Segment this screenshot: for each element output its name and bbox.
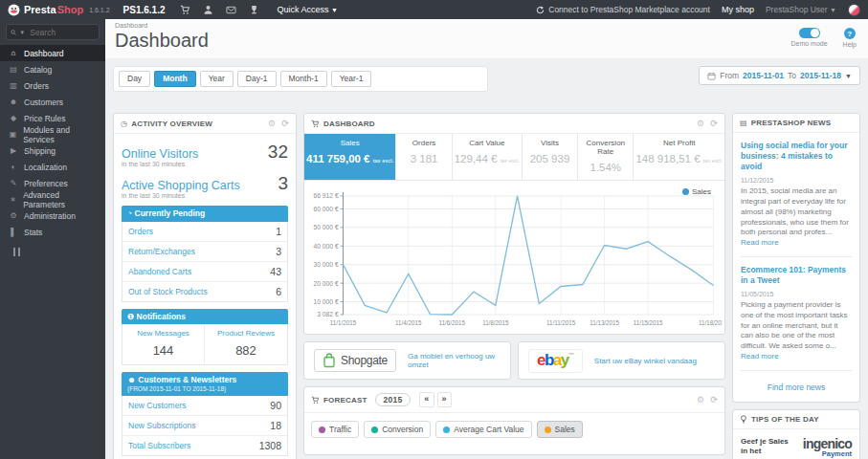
panel-settings-icon[interactable]: ⚙	[697, 119, 704, 128]
sidebar-item-modules[interactable]: ▣Modules and Services	[0, 126, 105, 142]
ebay-logo: ebay™	[528, 349, 583, 373]
legend-dot-icon	[319, 426, 325, 433]
brand-presta: Presta	[24, 4, 56, 15]
tags-icon: ◆	[9, 114, 18, 122]
sidebar-item-dashboard[interactable]: ⌂Dashboard	[0, 45, 105, 61]
panel-refresh-icon[interactable]: ⟳	[281, 119, 289, 128]
next-year-button[interactable]: »	[437, 392, 452, 407]
range-day-button[interactable]: Day	[119, 71, 150, 87]
sidebar-item-shipping[interactable]: ▶Shipping	[0, 142, 105, 159]
search-icon	[11, 29, 16, 36]
customer-icon[interactable]	[203, 5, 213, 15]
home-icon: ⌂	[9, 49, 18, 57]
trophy-icon[interactable]	[249, 5, 259, 15]
stat-conversion-rate[interactable]: Conversion Rate 1.54%	[578, 134, 634, 180]
ebay-link[interactable]: Start uw eBay winkel vandaag	[594, 357, 697, 365]
stat-sales[interactable]: Sales 411 759,00 € tax excl.	[304, 134, 396, 180]
svg-text:20 000 €: 20 000 €	[313, 280, 338, 287]
sidebar-item-catalog[interactable]: ▤Catalog	[0, 61, 105, 77]
read-more-link[interactable]: Read more	[741, 238, 779, 247]
demo-mode-toggle[interactable]: Demo mode	[790, 28, 827, 47]
user-avatar[interactable]	[848, 4, 860, 16]
chart-icon: ▌	[9, 228, 18, 236]
news-item-title[interactable]: Using social media for your business: 4 …	[741, 141, 852, 172]
notifications-header: ❶ Notifications	[122, 309, 288, 325]
question-icon: ?	[844, 28, 856, 39]
search-input[interactable]	[28, 27, 95, 38]
activity-overview-panel: ◷ ACTIVITY OVERVIEW ⚙ ⟳ Online Visitors …	[113, 113, 297, 459]
online-visitors-link[interactable]: Online Visitors	[122, 147, 198, 161]
forecast-legend-average-cart-value[interactable]: Average Cart Value	[435, 421, 531, 438]
customers-icon: ☻	[9, 98, 18, 106]
forecast-legend-traffic[interactable]: Traffic	[311, 421, 359, 438]
sidebar-item-administration[interactable]: ⚙Administration	[0, 208, 105, 224]
range-month-1-button[interactable]: Month-1	[280, 71, 327, 87]
messages-icon[interactable]	[226, 5, 236, 15]
date-range-picker[interactable]: From 2015-11-01 To 2015-11-18 ▼	[699, 66, 860, 85]
stat-cart-value[interactable]: Cart Value 129,44 € tax excl.	[453, 134, 523, 180]
chart-legend: Sales	[682, 187, 711, 196]
shopgate-logo: Shopgate	[314, 349, 396, 372]
range-day-1-button[interactable]: Day-1	[237, 71, 277, 87]
lightbulb-icon	[740, 415, 747, 424]
panel-settings-icon[interactable]: ⚙	[697, 395, 704, 404]
stat-visits[interactable]: Visits 205 939	[523, 134, 578, 180]
stat-orders[interactable]: Orders 3 181	[396, 134, 452, 180]
range-month-button[interactable]: Month	[154, 71, 196, 87]
shopgate-banner: Shopgate Ga mobiel en verhoog uw omzet	[303, 341, 511, 380]
panel-refresh-icon[interactable]: ⟳	[710, 395, 718, 404]
pending-row-orders: Orders1	[122, 222, 287, 242]
range-year-1-button[interactable]: Year-1	[331, 71, 372, 87]
shopgate-link[interactable]: Ga mobiel en verhoog uw omzet	[408, 352, 501, 369]
sidebar-item-orders[interactable]: ▥Orders	[0, 77, 105, 94]
read-more-link[interactable]: Read more	[741, 352, 779, 361]
sidebar-item-price-rules[interactable]: ◆Price Rules	[0, 110, 105, 126]
forecast-legend-sales[interactable]: Sales	[537, 421, 583, 438]
sidebar-item-advanced-parameters[interactable]: ∗Advanced Parameters	[0, 191, 105, 208]
previous-year-button[interactable]: «	[419, 392, 434, 407]
prestashop-logo-icon	[8, 4, 20, 16]
quick-access-menu[interactable]: Quick Access ▼	[277, 5, 337, 14]
tip-heading: Geef je Sales in het buitenland een Boos…	[741, 437, 792, 459]
date-from: 2015-11-01	[743, 71, 784, 80]
caret-down-icon: ▼	[845, 73, 852, 79]
date-to: 2015-11-18	[800, 71, 841, 80]
sidebar-search[interactable]: ▼	[6, 24, 100, 40]
range-year-button[interactable]: Year	[200, 71, 234, 87]
customers-row-new-customers: New Customers90	[122, 396, 287, 416]
kpi-row: Sales 411 759,00 € tax excl. Orders 3 18…	[304, 134, 724, 181]
shopping-bag-icon	[323, 353, 336, 368]
sidebar-item-customers[interactable]: ☻Customers	[0, 94, 105, 110]
sales-chart: Sales 11/1/201511/4/201511/6/201511/8/20…	[304, 181, 724, 334]
collapse-sidebar-icon[interactable]	[13, 248, 20, 256]
cart-icon	[311, 396, 320, 404]
brand[interactable]: PrestaShop 1.6.1.2	[24, 4, 110, 15]
panel-settings-icon[interactable]: ⚙	[268, 119, 276, 128]
help-button[interactable]: ? Help	[843, 28, 857, 48]
stat-net-profit[interactable]: Net Profit 148 918,51 € tax excl.	[634, 134, 724, 180]
sidebar-item-stats[interactable]: ▌Stats	[0, 224, 105, 240]
marketplace-link[interactable]: Connect to PrestaShop Marketplace accoun…	[536, 5, 710, 14]
customers-row-new-subscriptions: New Subscriptions18	[122, 416, 287, 436]
sidebar-item-localization[interactable]: ◐Localization	[0, 159, 105, 175]
news-item-title[interactable]: Ecommerce 101: Payments in a Tweet	[741, 265, 852, 286]
svg-text:11/18/2015: 11/18/2015	[699, 319, 723, 326]
new-messages-cell: New Messages 144	[122, 324, 205, 364]
my-shop-link[interactable]: My shop	[722, 5, 754, 14]
date-range-buttons: Day Month Year Day-1 Month-1 Year-1	[113, 66, 488, 92]
sync-icon	[536, 6, 545, 14]
svg-text:3 082 €: 3 082 €	[317, 311, 339, 317]
forecast-legend-conversion[interactable]: Conversion	[364, 421, 431, 438]
active-carts-link[interactable]: Active Shopping Carts	[122, 179, 240, 192]
svg-text:30 000 €: 30 000 €	[313, 261, 338, 268]
truck-icon: ▶	[9, 146, 18, 155]
toggle-on-icon[interactable]	[799, 28, 820, 38]
sidebar-item-preferences[interactable]: ✎Preferences	[0, 175, 105, 191]
ingenico-logo: ingenico Payment services	[796, 437, 852, 459]
user-menu[interactable]: PrestaShop User ▼	[766, 5, 836, 14]
cart-icon[interactable]	[180, 5, 190, 15]
panel-refresh-icon[interactable]: ⟳	[710, 119, 718, 128]
legend-dot-icon	[545, 426, 551, 433]
breadcrumb: Dashboard	[115, 22, 209, 29]
find-more-news-link[interactable]: Find more news	[741, 379, 852, 398]
